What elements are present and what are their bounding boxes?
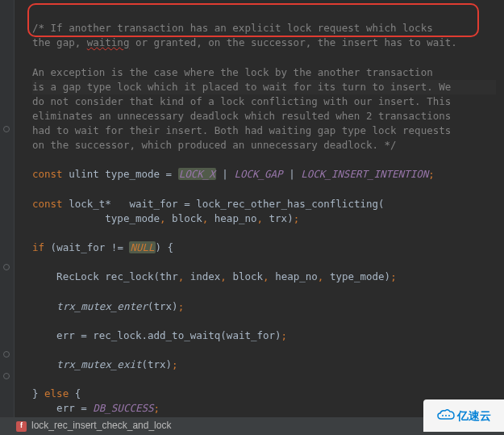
code-line: RecLock rec_lock(thr, index, block, heap… [32,270,397,282]
comment-line: eliminates an unnecessary deadlock which… [32,110,451,122]
highlighted-token: LOCK_X [178,168,216,180]
code-line: trx_mutex_enter(trx); [32,300,184,312]
svg-point-0 [442,415,444,416]
watermark-badge: 亿速云 [423,399,504,432]
code-line: type_mode, block, heap_no, trx); [32,212,299,224]
code-editor[interactable]: /* If another transaction has an explici… [15,0,504,435]
spellcheck-underline: waiting [87,36,130,48]
code-line: err = DB_SUCCESS; [32,402,160,414]
code-line: const ulint type_mode = LOCK_X | LOCK_GA… [32,168,435,180]
cloud-icon [436,409,456,422]
fold-marker-icon[interactable] [3,351,10,358]
code-line: if (wait_for != NULL) { [32,241,173,253]
editor-gutter [0,0,15,435]
comment-line: had to wait for their insert. Both had w… [32,124,451,136]
fold-marker-icon[interactable] [3,373,10,379]
code-line: err = rec_lock.add_to_waitq(wait_for); [32,329,287,341]
highlighted-token: NULL [129,241,155,253]
code-line: trx_mutex_exit(trx); [32,358,178,370]
breadcrumb-function[interactable]: lock_rec_insert_check_and_lock [31,419,171,433]
fold-marker-icon[interactable] [3,126,10,132]
code-line: } else { [32,387,81,399]
comment-line: do not consider that kind of a lock conf… [32,95,451,107]
fold-marker-icon[interactable] [3,264,10,270]
svg-point-1 [445,415,447,416]
comment-line: on the successor, which produced an unne… [32,139,397,151]
svg-point-2 [448,415,450,416]
comment-line: An exception is the case where the lock … [32,66,433,78]
watermark-text: 亿速云 [457,408,491,424]
comment-line: the gap, waiting or granted, on the succ… [32,36,457,48]
comment-line: is a gap type lock which it placed to wa… [32,81,451,93]
code-line: const lock_t* wait_for = lock_rec_other_… [32,198,385,210]
comment-line: /* If another transaction has an explici… [32,22,433,34]
function-icon: f [16,421,27,432]
